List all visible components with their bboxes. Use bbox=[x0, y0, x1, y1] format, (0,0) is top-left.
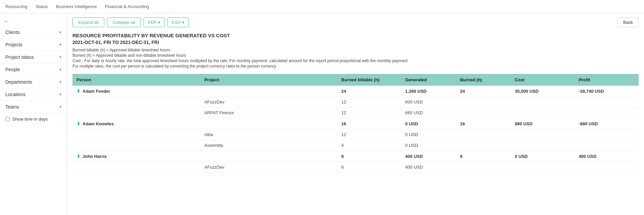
pdf-button[interactable]: PDF ▾ bbox=[144, 17, 165, 27]
cell-cost: 880 USD bbox=[511, 118, 575, 129]
cell-cost bbox=[511, 108, 575, 118]
col-header-profit: Profit bbox=[575, 74, 639, 86]
sidebar-label-projects: Projects bbox=[5, 42, 22, 47]
cell-person bbox=[72, 162, 200, 173]
sidebar-label-people: People bbox=[5, 67, 20, 72]
cell-person bbox=[72, 129, 200, 140]
show-time-in-days-input[interactable] bbox=[5, 117, 10, 121]
col-header-burned-billable: Burned billable (h) bbox=[337, 74, 401, 86]
col-header-cost: Cost bbox=[511, 74, 575, 86]
cell-burned bbox=[456, 129, 511, 140]
cell-cost bbox=[511, 129, 575, 140]
sidebar-label-project-status: Project status bbox=[5, 54, 34, 60]
sidebar-item-locations[interactable]: Locations ▾ bbox=[0, 88, 67, 101]
back-arrow-icon: ← bbox=[4, 18, 9, 24]
cell-burned: 16 bbox=[456, 118, 511, 129]
chevron-down-icon: ▾ bbox=[59, 67, 61, 72]
cell-burned-billable: 16 bbox=[337, 118, 401, 129]
sidebar-label-locations: Locations bbox=[5, 92, 25, 97]
cell-profit bbox=[575, 162, 639, 173]
sidebar-item-teams[interactable]: Teams ▾ bbox=[0, 101, 67, 113]
cell-burned bbox=[456, 162, 511, 173]
expand-icon[interactable]: ⬇ bbox=[76, 88, 80, 94]
back-button[interactable]: Back bbox=[618, 17, 639, 27]
cell-cost: 0 USD bbox=[511, 151, 575, 162]
cell-person: ⬇John Harris bbox=[72, 151, 200, 162]
pdf-label: PDF bbox=[148, 20, 157, 25]
cell-project bbox=[200, 118, 337, 129]
cell-burned-billable: 12 bbox=[337, 129, 401, 140]
cell-generated: 0 USD bbox=[401, 140, 456, 151]
show-time-in-days-label: Show time in days bbox=[12, 117, 48, 122]
sidebar-label-teams: Teams bbox=[5, 104, 19, 110]
chevron-down-icon: ▾ bbox=[59, 92, 61, 97]
report-date-range: 2021-OCT-01, FRI TO 2021-DEC-31, FRI bbox=[72, 40, 639, 45]
chevron-down-icon: ▾ bbox=[59, 104, 61, 109]
chevron-down-icon: ▾ bbox=[59, 55, 61, 59]
collapse-all-button[interactable]: Collapse all bbox=[107, 17, 141, 27]
cell-cost bbox=[511, 162, 575, 173]
sidebar-label-clients: Clients bbox=[5, 30, 20, 35]
cell-person: ⬇Adam Knowles bbox=[72, 118, 200, 129]
cell-cost bbox=[511, 140, 575, 151]
table-row: AFuzzDev 8 400 USD bbox=[72, 162, 639, 173]
cell-profit bbox=[575, 97, 639, 108]
col-header-generated: Generated bbox=[401, 74, 456, 86]
report-note-1: Burned billable (h) = Approved billable … bbox=[72, 48, 639, 52]
cell-burned bbox=[456, 97, 511, 108]
sidebar-item-projects[interactable]: Projects ▾ bbox=[0, 39, 67, 51]
cell-generated: 400 USD bbox=[401, 162, 456, 173]
toolbar: Expand all Collapse all PDF ▾ CSV ▾ Back bbox=[72, 17, 639, 27]
cell-burned: 8 bbox=[456, 151, 511, 162]
cell-generated: 400 USD bbox=[401, 151, 456, 162]
cell-burned bbox=[456, 140, 511, 151]
table-row: Alba 12 0 USD bbox=[72, 129, 639, 140]
nav-financial-accounting[interactable]: Financial & Accounting bbox=[105, 1, 149, 12]
cell-profit: -880 USD bbox=[575, 118, 639, 129]
cell-burned-billable: 24 bbox=[337, 86, 401, 97]
cell-project bbox=[200, 86, 337, 97]
report-note-4: For multiple rates, the cost per person … bbox=[72, 64, 639, 69]
col-header-project: Project bbox=[200, 74, 337, 86]
sidebar: ← Clients ▾ Projects ▾ Project status ▾ … bbox=[0, 13, 67, 215]
expand-icon[interactable]: ⬇ bbox=[76, 121, 80, 126]
report-note-3: Cost - For daily or hourly rate: the tot… bbox=[72, 58, 639, 63]
expand-all-button[interactable]: Expand all bbox=[72, 17, 104, 27]
top-nav: Resourcing Status Business Intelligence … bbox=[0, 0, 644, 13]
cell-profit bbox=[575, 108, 639, 118]
expand-icon[interactable]: ⬇ bbox=[76, 154, 80, 159]
sidebar-label-departments: Departments bbox=[5, 79, 32, 85]
csv-button[interactable]: CSV ▾ bbox=[167, 17, 189, 27]
cell-burned-billable: 12 bbox=[337, 97, 401, 108]
col-header-burned: Burned (h) bbox=[456, 74, 511, 86]
report-title: RESOURCE PROFITABILITY BY REVENUE GENERA… bbox=[72, 33, 639, 38]
cell-burned-billable: 8 bbox=[337, 162, 401, 173]
cell-profit: 400 USD bbox=[575, 151, 639, 162]
sidebar-item-clients[interactable]: Clients ▾ bbox=[0, 26, 67, 39]
cell-project: Assembly bbox=[200, 140, 337, 151]
sidebar-item-project-status[interactable]: Project status ▾ bbox=[0, 51, 67, 63]
cell-project: AFuzzDev bbox=[200, 162, 337, 173]
chevron-down-icon: ▾ bbox=[59, 30, 61, 35]
nav-resourcing[interactable]: Resourcing bbox=[5, 1, 28, 12]
cell-burned-billable: 12 bbox=[337, 108, 401, 118]
nav-business-intelligence[interactable]: Business Intelligence bbox=[56, 1, 97, 12]
back-arrow[interactable]: ← bbox=[0, 16, 67, 26]
show-time-in-days-checkbox[interactable]: Show time in days bbox=[0, 113, 67, 125]
main-layout: ← Clients ▾ Projects ▾ Project status ▾ … bbox=[0, 13, 644, 215]
cell-burned-billable: 4 bbox=[337, 140, 401, 151]
sidebar-item-people[interactable]: People ▾ bbox=[0, 63, 67, 76]
sidebar-item-departments[interactable]: Departments ▾ bbox=[0, 76, 67, 88]
report-table: Person Project Burned billable (h) Gener… bbox=[72, 74, 639, 173]
table-row: ARPAT Firenze 12 660 USD bbox=[72, 108, 639, 118]
cell-generated: 0 USD bbox=[401, 118, 456, 129]
cell-profit bbox=[575, 140, 639, 151]
cell-generated: 0 USD bbox=[401, 129, 456, 140]
nav-status[interactable]: Status bbox=[36, 1, 48, 12]
cell-burned: 24 bbox=[456, 86, 511, 97]
chevron-down-icon: ▾ bbox=[59, 80, 61, 84]
cell-cost bbox=[511, 97, 575, 108]
table-row: ⬇Adam Knowles 16 0 USD 16 880 USD -880 U… bbox=[72, 118, 639, 129]
cell-burned bbox=[456, 108, 511, 118]
csv-label: CSV bbox=[172, 20, 181, 25]
